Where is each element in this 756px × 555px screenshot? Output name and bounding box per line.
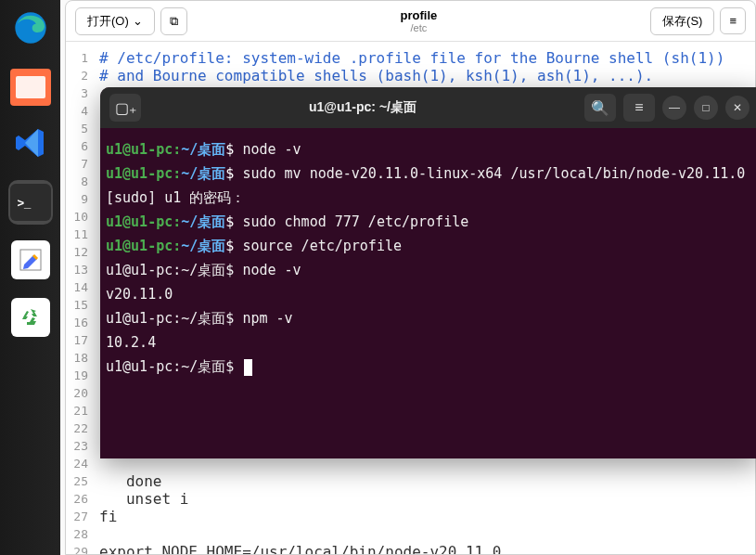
terminal-icon: >_ [10,184,51,221]
maximize-icon: □ [702,101,709,114]
minimize-button[interactable]: — [662,96,686,120]
folder-icon [10,69,51,106]
edge-app-icon[interactable] [8,7,53,52]
hamburger-icon: ≡ [634,99,643,116]
new-document-icon: ⧉ [170,14,178,29]
new-tab-icon: ▢₊ [115,99,136,117]
files-app-icon[interactable] [8,65,53,110]
new-tab-terminal-button[interactable]: ▢₊ [109,94,141,122]
line-gutter: 1234567891011121314151617181920212223242… [66,49,94,555]
save-button[interactable]: 保存(S) [650,7,714,35]
recycle-icon [11,298,50,337]
close-icon: ✕ [733,101,742,114]
search-icon: 🔍 [591,99,609,117]
chevron-down-icon: ⌄ [133,14,143,28]
close-button[interactable]: ✕ [725,96,750,120]
maximize-button[interactable]: □ [694,96,718,120]
new-tab-button[interactable]: ⧉ [160,7,187,35]
terminal-menu-button[interactable]: ≡ [623,94,655,122]
notepad-icon [11,240,50,279]
launcher-dock: >_ [0,0,60,555]
editor-subtitle: /etc [193,22,645,33]
hamburger-icon: ≡ [729,14,737,28]
vscode-icon [14,126,47,163]
search-button[interactable]: 🔍 [584,94,616,122]
text-editor-app-icon[interactable] [8,238,53,282]
editor-toolbar: 打开(O) ⌄ ⧉ profile /etc 保存(S) ≡ [66,1,755,42]
terminal-titlebar: ▢₊ u1@u1-pc: ~/桌面 🔍 ≡ — □ ✕ [100,87,756,128]
edge-icon [12,9,49,50]
terminal-body[interactable]: u1@u1-pc:~/桌面$ node -vu1@u1-pc:~/桌面$ sud… [100,128,756,388]
terminal-window: ▢₊ u1@u1-pc: ~/桌面 🔍 ≡ — □ ✕ u1@u1-pc:~/桌… [100,87,756,458]
hamburger-menu-button[interactable]: ≡ [720,7,746,34]
editor-title-area: profile /etc [193,8,645,33]
terminal-title: u1@u1-pc: ~/桌面 [148,99,577,116]
terminal-app-icon[interactable]: >_ [8,180,53,225]
minimize-icon: — [669,101,680,114]
open-button-label: 打开(O) [87,13,129,30]
vscode-app-icon[interactable] [8,123,53,167]
trash-app-icon[interactable] [8,295,53,340]
editor-title: profile [193,8,645,22]
open-button[interactable]: 打开(O) ⌄ [75,7,155,35]
